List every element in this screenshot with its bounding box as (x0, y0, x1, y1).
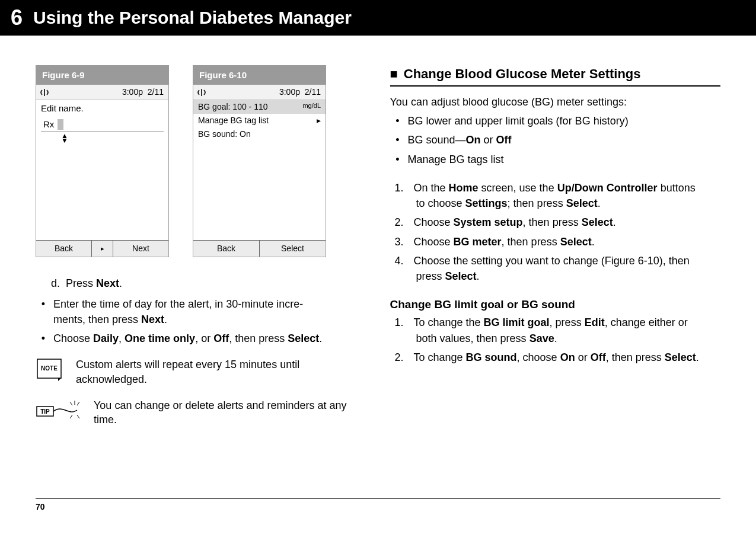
softkey-bar: Back Select (193, 240, 326, 257)
figure-6-10: Figure 6-10 3:00p 2/11 BG goal: 100 - 11… (193, 65, 326, 257)
edit-name-row: Rx (41, 119, 164, 130)
substep-1-cont: both values, then press Save. (416, 331, 721, 346)
note-icon: NOTE (36, 357, 65, 381)
bullet-text: BG lower and upper limit goals (for BG h… (408, 114, 629, 128)
softkey-arrow[interactable]: ▸ (92, 241, 113, 257)
step-text: Choose System setup, then press Select. (414, 215, 616, 229)
bullet-dot-icon: • (395, 152, 401, 167)
bg-sound-text: BG sound: On (198, 129, 251, 140)
bg-goal-row[interactable]: BG goal: 100 - 110 mg/dL (193, 100, 326, 114)
bullet-bg-tags: • Manage BG tags list (395, 152, 721, 167)
softkey-back[interactable]: Back (193, 241, 260, 257)
bullet-dot-icon: • (395, 114, 401, 128)
bullet-bg-limits: • BG lower and upper limit goals (for BG… (395, 114, 721, 128)
chapter-header: 6 Using the Personal Diabetes Manager (0, 0, 756, 36)
note-callout: NOTE Custom alerts will repeat every 15 … (36, 357, 366, 386)
chapter-title: Using the Personal Diabetes Manager (33, 6, 352, 30)
step-1: 1. On the Home screen, use the Up/Down C… (395, 181, 721, 195)
page: 6 Using the Personal Diabetes Manager Fi… (0, 0, 756, 534)
section-marker-icon: ■ (390, 65, 398, 83)
step-text: To change BG sound, choose On or Off, th… (414, 350, 699, 364)
screen-title: Edit name. (36, 100, 168, 117)
tip-text: You can change or delete alerts and remi… (94, 398, 366, 427)
status-right: 3:00p 2/11 (279, 87, 321, 98)
bullet-time-of-day: • Enter the time of day for the alert, i… (40, 297, 366, 311)
bg-goal-unit: mg/dL (302, 101, 321, 113)
step-number: 2. (395, 215, 408, 229)
right-column: ■ Change Blood Glucose Meter Settings Yo… (390, 65, 721, 433)
note-label-text: NOTE (41, 365, 58, 372)
softkey-back[interactable]: Back (36, 241, 92, 257)
figures-row: Figure 6-9 3:00p 2/11 Edit name. (36, 65, 366, 257)
step-1-cont: to choose Settings; then press Select. (416, 196, 721, 210)
substep-2: 2. To change BG sound, choose On or Off,… (395, 350, 721, 364)
device-screen-a: 3:00p 2/11 Edit name. Rx ▲▼ (36, 85, 168, 257)
status-time: 3:00p (279, 87, 300, 97)
bg-goal-text: BG goal: 100 - 110 (198, 101, 268, 113)
figure-6-9: Figure 6-9 3:00p 2/11 Edit name. (36, 65, 169, 257)
bullet-choose-frequency: • Choose Daily, One time only, or Off, t… (40, 331, 366, 346)
subsection-heading: Change BG limit goal or BG sound (390, 297, 721, 312)
status-right: 3:00p 2/11 (122, 87, 164, 98)
step-number: 3. (395, 235, 408, 249)
step-text: Choose BG meter, then press Select. (414, 235, 595, 249)
step-number: 1. (395, 181, 408, 195)
svg-text:TIP: TIP (40, 408, 50, 415)
bg-sound-row[interactable]: BG sound: On (193, 127, 326, 141)
step-3: 3. Choose BG meter, then press Select. (395, 235, 721, 249)
step-letter-label: d. (51, 276, 60, 290)
content-columns: Figure 6-9 3:00p 2/11 Edit name. (0, 36, 756, 439)
chapter-number: 6 (11, 4, 23, 33)
step-number: 2. (395, 350, 408, 364)
bullet-dot-icon: • (40, 331, 46, 346)
svg-line-3 (70, 402, 72, 405)
device-screen-b: 3:00p 2/11 BG goal: 100 - 110 mg/dL Mana… (193, 85, 326, 257)
figure-label: Figure 6-9 (36, 66, 168, 85)
step-d: d. Press Next. (51, 276, 366, 290)
step-2: 2. Choose System setup, then press Selec… (395, 215, 721, 229)
step-4-cont: press Select. (416, 269, 721, 283)
screen-body: Rx ▲▼ (36, 117, 168, 241)
bullet-text: Enter the time of day for the alert, in … (53, 297, 303, 311)
step-text: To change the BG limit goal, press Edit,… (414, 315, 688, 330)
substep-1: 1. To change the BG limit goal, press Ed… (395, 315, 721, 330)
step-4: 4. Choose the setting you want to change… (395, 254, 721, 268)
softkey-select[interactable]: Select (260, 241, 326, 257)
softkey-next[interactable]: Next (113, 241, 168, 257)
step-text: On the Home screen, use the Up/Down Cont… (414, 181, 696, 195)
bullet-text: Manage BG tags list (408, 152, 504, 167)
section-heading: ■ Change Blood Glucose Meter Settings (390, 65, 721, 83)
antenna-icon (40, 88, 49, 97)
intro-text: You can adjust blood glucose (BG) meter … (390, 95, 721, 109)
svg-line-5 (77, 402, 79, 405)
bullet-dot-icon: • (395, 133, 401, 147)
section-title: Change Blood Glucose Meter Settings (404, 65, 641, 83)
tip-callout: TIP You can change or delete alerts and … (36, 398, 366, 427)
step-d-text: Press Next. (66, 276, 122, 290)
status-bar: 3:00p 2/11 (193, 85, 326, 100)
antenna-icon (197, 88, 206, 97)
status-date: 2/11 (148, 87, 164, 97)
edit-underline (41, 132, 164, 132)
left-column: Figure 6-9 3:00p 2/11 Edit name. (36, 65, 366, 433)
page-footer: 70 (36, 498, 720, 513)
svg-line-6 (70, 415, 72, 418)
note-text: Custom alerts will repeat every 15 minut… (76, 357, 366, 386)
bg-tag-text: Manage BG tag list (198, 115, 269, 126)
bullet-dot-icon: • (40, 297, 46, 311)
step-text: Choose the setting you want to change (F… (414, 254, 690, 268)
step-number: 4. (395, 254, 408, 268)
bg-tag-list-row[interactable]: Manage BG tag list ▸ (193, 114, 326, 127)
figure-label: Figure 6-10 (193, 66, 326, 85)
status-time: 3:00p (122, 87, 143, 97)
chevron-right-icon: ▸ (317, 115, 321, 126)
bullet-text: BG sound—On or Off (408, 133, 512, 147)
svg-line-7 (77, 415, 79, 418)
text-cursor (58, 119, 63, 130)
status-bar: 3:00p 2/11 (36, 85, 168, 100)
section-rule (390, 85, 721, 87)
updown-caret-icon: ▲▼ (61, 133, 164, 143)
bullet-time-of-day-cont: ments, then press Next. (53, 312, 366, 327)
status-date: 2/11 (305, 87, 321, 97)
softkey-bar: Back ▸ Next (36, 240, 168, 257)
